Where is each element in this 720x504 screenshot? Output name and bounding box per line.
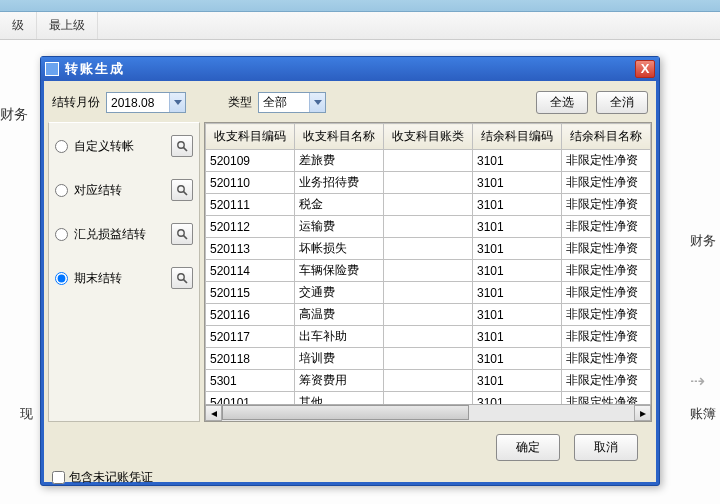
chevron-down-icon[interactable]: [169, 93, 185, 112]
bg-menu-item[interactable]: 最上级: [37, 12, 98, 39]
table-cell[interactable]: 3101: [473, 282, 562, 304]
deselect-all-button[interactable]: 全消: [596, 91, 648, 114]
table-cell[interactable]: 520114: [206, 260, 295, 282]
table-cell[interactable]: 3101: [473, 326, 562, 348]
col-header[interactable]: 收支科目编码: [206, 124, 295, 150]
table-row[interactable]: 520116高温费3101非限定性净资: [206, 304, 651, 326]
table-row[interactable]: 520111税金3101非限定性净资: [206, 194, 651, 216]
table-cell[interactable]: 非限定性净资: [562, 194, 651, 216]
table-row[interactable]: 520115交通费3101非限定性净资: [206, 282, 651, 304]
table-cell[interactable]: 520115: [206, 282, 295, 304]
cancel-button[interactable]: 取消: [574, 434, 638, 461]
table-cell[interactable]: 非限定性净资: [562, 238, 651, 260]
table-cell[interactable]: 坏帐损失: [295, 238, 384, 260]
table-cell[interactable]: [384, 172, 473, 194]
chevron-down-icon[interactable]: [309, 93, 325, 112]
search-button[interactable]: [171, 267, 193, 289]
period-combo[interactable]: [106, 92, 186, 113]
table-cell[interactable]: 非限定性净资: [562, 348, 651, 370]
table-row[interactable]: 520118培训费3101非限定性净资: [206, 348, 651, 370]
table-cell[interactable]: 3101: [473, 370, 562, 392]
table-cell[interactable]: 520112: [206, 216, 295, 238]
table-cell[interactable]: 筹资费用: [295, 370, 384, 392]
table-cell[interactable]: 非限定性净资: [562, 172, 651, 194]
radio-exchange-carryover[interactable]: 汇兑损益结转: [55, 223, 199, 245]
account-table[interactable]: 收支科目编码 收支科目名称 收支科目账类 结余科目编码 结余科目名称 52010…: [205, 123, 651, 422]
table-cell[interactable]: 非限定性净资: [562, 216, 651, 238]
table-cell[interactable]: 3101: [473, 172, 562, 194]
table-row[interactable]: 520110业务招待费3101非限定性净资: [206, 172, 651, 194]
radio-custom-transfer[interactable]: 自定义转帐: [55, 135, 199, 157]
radio-input[interactable]: [55, 184, 68, 197]
table-cell[interactable]: 3101: [473, 194, 562, 216]
table-cell[interactable]: 车辆保险费: [295, 260, 384, 282]
horizontal-scrollbar[interactable]: ◂ ▸: [205, 404, 651, 421]
search-button[interactable]: [171, 223, 193, 245]
table-cell[interactable]: 非限定性净资: [562, 304, 651, 326]
table-cell[interactable]: 非限定性净资: [562, 326, 651, 348]
table-cell[interactable]: 业务招待费: [295, 172, 384, 194]
table-cell[interactable]: [384, 370, 473, 392]
table-cell[interactable]: 3101: [473, 260, 562, 282]
scroll-thumb[interactable]: [222, 405, 469, 420]
table-cell[interactable]: 交通费: [295, 282, 384, 304]
table-cell[interactable]: [384, 150, 473, 172]
table-cell[interactable]: 差旅费: [295, 150, 384, 172]
table-cell[interactable]: [384, 348, 473, 370]
scroll-right-icon[interactable]: ▸: [634, 405, 651, 421]
table-row[interactable]: 520117出车补助3101非限定性净资: [206, 326, 651, 348]
table-cell[interactable]: 3101: [473, 348, 562, 370]
table-cell[interactable]: 520110: [206, 172, 295, 194]
table-cell[interactable]: 运输费: [295, 216, 384, 238]
type-value[interactable]: [259, 93, 309, 112]
include-unposted-checkbox[interactable]: [52, 471, 65, 484]
close-button[interactable]: X: [635, 60, 655, 78]
col-header[interactable]: 收支科目名称: [295, 124, 384, 150]
table-cell[interactable]: [384, 194, 473, 216]
table-cell[interactable]: 520116: [206, 304, 295, 326]
table-cell[interactable]: 出车补助: [295, 326, 384, 348]
table-row[interactable]: 520113坏帐损失3101非限定性净资: [206, 238, 651, 260]
scroll-left-icon[interactable]: ◂: [205, 405, 222, 421]
table-cell[interactable]: [384, 216, 473, 238]
include-unposted-row[interactable]: 包含未记账凭证: [44, 467, 656, 486]
dialog-titlebar[interactable]: 转账生成 X: [41, 57, 659, 81]
bg-menu-item[interactable]: 级: [0, 12, 37, 39]
table-cell[interactable]: 520113: [206, 238, 295, 260]
radio-input[interactable]: [55, 272, 68, 285]
table-row[interactable]: 520114车辆保险费3101非限定性净资: [206, 260, 651, 282]
select-all-button[interactable]: 全选: [536, 91, 588, 114]
radio-input[interactable]: [55, 228, 68, 241]
table-cell[interactable]: 税金: [295, 194, 384, 216]
search-button[interactable]: [171, 179, 193, 201]
table-cell[interactable]: 高温费: [295, 304, 384, 326]
table-cell[interactable]: 非限定性净资: [562, 150, 651, 172]
table-cell[interactable]: [384, 304, 473, 326]
table-cell[interactable]: [384, 260, 473, 282]
radio-period-end-carryover[interactable]: 期末结转: [55, 267, 199, 289]
table-cell[interactable]: 培训费: [295, 348, 384, 370]
table-row[interactable]: 520109差旅费3101非限定性净资: [206, 150, 651, 172]
search-button[interactable]: [171, 135, 193, 157]
col-header[interactable]: 结余科目名称: [562, 124, 651, 150]
table-cell[interactable]: 非限定性净资: [562, 370, 651, 392]
radio-corresponding-carryover[interactable]: 对应结转: [55, 179, 199, 201]
table-row[interactable]: 5301筹资费用3101非限定性净资: [206, 370, 651, 392]
type-combo[interactable]: [258, 92, 326, 113]
table-cell[interactable]: 3101: [473, 304, 562, 326]
col-header[interactable]: 结余科目编码: [473, 124, 562, 150]
table-cell[interactable]: [384, 282, 473, 304]
radio-input[interactable]: [55, 140, 68, 153]
table-cell[interactable]: 520118: [206, 348, 295, 370]
period-value[interactable]: [107, 93, 169, 112]
scroll-track[interactable]: [222, 405, 634, 421]
table-cell[interactable]: [384, 238, 473, 260]
table-cell[interactable]: 3101: [473, 238, 562, 260]
table-cell[interactable]: 3101: [473, 216, 562, 238]
table-row[interactable]: 520112运输费3101非限定性净资: [206, 216, 651, 238]
table-cell[interactable]: 520109: [206, 150, 295, 172]
table-cell[interactable]: [384, 326, 473, 348]
ok-button[interactable]: 确定: [496, 434, 560, 461]
col-header[interactable]: 收支科目账类: [384, 124, 473, 150]
table-cell[interactable]: 520117: [206, 326, 295, 348]
